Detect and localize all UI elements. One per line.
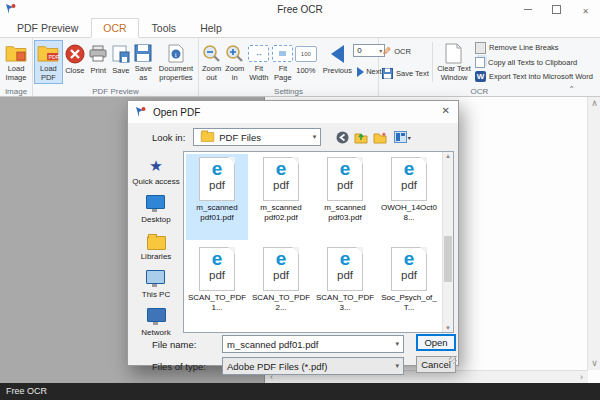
ribbon-tab-bar: PDF Preview OCR Tools Help — [0, 18, 600, 38]
text-vertical-scrollbar[interactable]: ∧ ∨ — [587, 97, 600, 370]
close-red-icon — [65, 42, 85, 66]
place-quick-access[interactable]: Quick access — [132, 157, 180, 186]
file-list-scrollbar[interactable]: ▲ ▼ — [442, 152, 453, 332]
copy-all-texts-button[interactable]: Copy all Texts to Clipboard — [473, 56, 579, 69]
this-pc-icon — [146, 270, 165, 284]
ocr-pen-icon — [382, 45, 391, 58]
folder-icon — [201, 132, 214, 142]
save-as-icon — [134, 42, 152, 64]
scrollbar-thumb[interactable] — [444, 236, 452, 282]
ocr-button[interactable]: OCR — [380, 44, 413, 59]
view-menu-button[interactable]: ▾ — [391, 129, 413, 145]
file-item[interactable]: epdf SCAN_TO_PDF2... — [250, 244, 312, 330]
group-label-image: Image — [0, 87, 32, 96]
file-list: epdf m_scanned pdf01.pdf epdf m_scanned … — [183, 151, 454, 333]
zoom-out-icon — [202, 42, 221, 64]
file-name-input[interactable]: m_scanned pdf01.pdf ▾ — [222, 335, 404, 353]
chevron-down-icon: ▾ — [313, 133, 317, 141]
new-folder-button[interactable]: ✶ — [372, 129, 388, 145]
maximize-icon — [552, 5, 561, 14]
ribbon-group-settings: Zoom out Zoom in ↔ Fit Width Fit Page 10… — [199, 38, 379, 96]
save-button[interactable]: Save — [110, 40, 132, 84]
scroll-down-icon[interactable]: ∨ — [588, 357, 600, 370]
clear-text-icon — [445, 42, 462, 64]
resize-grip[interactable] — [449, 356, 457, 364]
document-properties-icon: i — [168, 42, 184, 64]
window-title: Free OCR — [0, 4, 600, 15]
window-controls — [513, 0, 600, 18]
load-image-button[interactable]: Load Image — [1, 40, 31, 84]
place-desktop[interactable]: Desktop — [141, 195, 170, 224]
folder-pdf-icon: PDF — [37, 42, 59, 64]
maximize-button[interactable] — [542, 0, 571, 18]
places-sidebar: Quick access Desktop Libraries This PC N… — [131, 151, 181, 329]
clear-text-window-button[interactable]: Clear Text Window — [435, 40, 473, 84]
pdf-file-icon: epdf — [263, 157, 299, 201]
ribbon-group-ocr: OCR Save Text Clear Text Window Remove L… — [379, 38, 580, 96]
chevron-down-icon: ▾ — [395, 340, 399, 348]
dialog-app-icon — [135, 106, 147, 118]
freeocr-window: Free OCR PDF Preview OCR Tools Help Load… — [0, 0, 600, 400]
close-button[interactable] — [571, 0, 600, 18]
pdf-file-icon: epdf — [327, 247, 363, 291]
status-bar: Free OCR — [0, 383, 600, 400]
look-in-dropdown[interactable]: PDF Files ▾ — [193, 128, 321, 146]
file-name-label: File name: — [152, 339, 214, 350]
print-button[interactable]: Print — [87, 40, 110, 84]
load-pdf-button[interactable]: PDF Load PDF — [34, 40, 63, 84]
zoom-in-button[interactable]: Zoom in — [223, 40, 246, 84]
remove-line-breaks-icon — [475, 42, 486, 54]
window-titlebar: Free OCR — [0, 0, 600, 18]
back-button[interactable] — [334, 129, 350, 145]
zoom-100-button[interactable]: 100 100% — [294, 40, 317, 84]
file-item[interactable]: epdf m_scanned pdf01.pdf — [186, 154, 248, 240]
group-label-ocr: OCR — [379, 87, 580, 96]
files-of-type-dropdown[interactable]: Adobe PDF Files (*.pdf) ▾ — [222, 357, 404, 375]
previous-page-button[interactable]: Previous — [321, 40, 353, 84]
place-libraries[interactable]: Libraries — [141, 233, 172, 261]
fit-page-button[interactable]: Fit Page — [271, 40, 294, 84]
fit-width-button[interactable]: ↔ Fit Width — [246, 40, 271, 84]
files-of-type-label: Files of type: — [152, 361, 214, 372]
scroll-up-icon[interactable]: ▲ — [443, 153, 453, 159]
document-properties-button[interactable]: i Document properties — [155, 40, 197, 84]
libraries-folder-icon — [147, 236, 166, 250]
pdf-file-icon: epdf — [199, 157, 235, 201]
pdf-file-icon: epdf — [327, 157, 363, 201]
dialog-title: Open PDF — [153, 107, 200, 118]
ribbon: Load Image Image PDF Load PDF Close — [0, 38, 600, 97]
ribbon-collapse-button[interactable]: ⌃ — [568, 85, 575, 94]
tab-help[interactable]: Help — [189, 19, 233, 37]
tab-ocr[interactable]: OCR — [91, 18, 138, 38]
files-of-type-row: Files of type: Adobe PDF Files (*.pdf) ▾ — [128, 357, 458, 375]
next-arrow-icon — [357, 67, 364, 77]
close-pdf-button[interactable]: Close — [63, 40, 87, 84]
place-network[interactable]: Network — [141, 308, 170, 337]
file-item[interactable]: epdf Soc_Psych_of_T... — [378, 244, 440, 330]
tab-tools[interactable]: Tools — [141, 19, 188, 37]
dialog-close-icon[interactable]: ✕ — [442, 105, 450, 116]
open-button[interactable]: Open — [416, 334, 456, 351]
pdf-file-icon: epdf — [199, 247, 235, 291]
file-item[interactable]: epdf SCAN_TO_PDF1... — [186, 244, 248, 330]
svg-text:i: i — [175, 51, 177, 59]
svg-text:PDF: PDF — [49, 54, 60, 60]
save-as-button[interactable]: Save as — [132, 40, 155, 84]
save-text-button[interactable]: Save Text — [380, 67, 431, 80]
file-item[interactable]: epdf m_scanned pdf03.pdf — [314, 154, 376, 240]
tab-pdf-preview[interactable]: PDF Preview — [6, 19, 89, 37]
pdf-file-icon: epdf — [391, 157, 427, 201]
look-in-row: Look in: PDF Files ▾ ✶ ▾ — [128, 126, 458, 148]
scroll-up-icon[interactable]: ∧ — [588, 97, 600, 110]
file-item[interactable]: epdf m_scanned pdf02.pdf — [250, 154, 312, 240]
place-this-pc[interactable]: This PC — [142, 270, 170, 299]
export-to-word-button[interactable]: W Export Text into Microsoft Word — [473, 70, 595, 83]
save-icon — [112, 42, 130, 66]
minimize-button[interactable] — [513, 0, 542, 18]
scroll-down-icon[interactable]: ▼ — [443, 325, 453, 331]
zoom-out-button[interactable]: Zoom out — [200, 40, 223, 84]
up-one-level-button[interactable] — [353, 129, 369, 145]
remove-line-breaks-button[interactable]: Remove Line Breaks — [473, 41, 561, 55]
file-item[interactable]: epdf OWOH_14Oct08... — [378, 154, 440, 240]
file-item[interactable]: epdf SCAN_TO_PDF3... — [314, 244, 376, 330]
